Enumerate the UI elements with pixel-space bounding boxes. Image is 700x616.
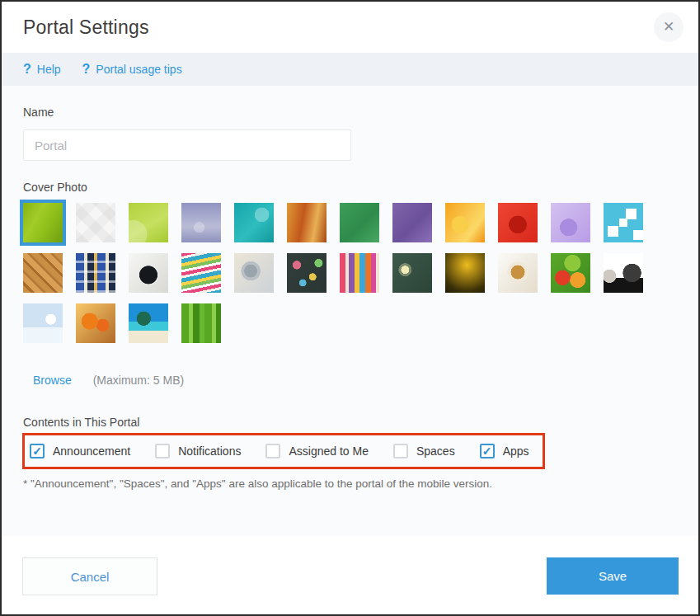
- cover-photo-thumbnail-golden-glow-dark[interactable]: [445, 253, 485, 293]
- cover-photo-thumbnail-compass[interactable]: [129, 253, 168, 293]
- checkbox-notifications[interactable]: [155, 444, 170, 458]
- help-bar: ? Help ? Portal usage tips: [2, 53, 698, 86]
- checkbox-item-spaces[interactable]: Spaces: [393, 444, 455, 458]
- cover-photo-thumbnail-gear-on-blueprint[interactable]: [234, 253, 274, 293]
- save-button[interactable]: Save: [547, 557, 679, 595]
- dialog-footer: Cancel Save: [2, 536, 698, 614]
- dialog-header: Portal Settings ✕: [2, 2, 698, 53]
- cover-photo-thumbnail-lime-green-curves[interactable]: [129, 203, 168, 242]
- question-mark-icon: ?: [23, 62, 31, 77]
- cover-photo-thumbnail-orange-lily-flower[interactable]: [445, 203, 485, 242]
- help-link[interactable]: ? Help: [23, 62, 61, 77]
- checkbox-label-apps: Apps: [503, 444, 529, 458]
- dialog-body: Name Cover Photo Browse (Maximum: 5 MB) …: [2, 86, 698, 536]
- checkbox-label-spaces: Spaces: [416, 444, 455, 458]
- cover-photo-thumbnail-pumpkin-basket[interactable]: [76, 303, 115, 343]
- portal-settings-dialog: Portal Settings ✕ ? Help ? Portal usage …: [0, 0, 700, 616]
- cover-photo-thumbnail-snowy-winter-trees[interactable]: [23, 303, 63, 343]
- checkbox-item-assigned-to-me[interactable]: Assigned to Me: [265, 444, 369, 458]
- cancel-button[interactable]: Cancel: [22, 557, 157, 595]
- name-input[interactable]: [23, 129, 351, 161]
- browse-link[interactable]: Browse: [33, 373, 72, 388]
- cover-photo-thumbnail-blue-white-cubes[interactable]: [604, 203, 643, 242]
- checkbox-item-apps[interactable]: ✓Apps: [480, 444, 529, 458]
- contents-options-highlight-box: ✓AnnouncementNotificationsAssigned to Me…: [22, 433, 545, 469]
- checkbox-label-assigned-to-me: Assigned to Me: [289, 444, 369, 458]
- cover-photo-thumbnail-stacked-colorful-books[interactable]: [181, 253, 221, 293]
- cover-photo-thumbnail-green-leaf-waterdrops[interactable]: [23, 203, 63, 242]
- checkmark-icon: ✓: [32, 445, 42, 457]
- cover-photo-thumbnail-red-carnation-flower[interactable]: [498, 203, 538, 242]
- cover-photo-thumbnail-wood-herringbone[interactable]: [23, 253, 63, 293]
- cover-photo-thumbnail-orange-rust-abstract[interactable]: [287, 203, 327, 242]
- name-label: Name: [23, 106, 679, 120]
- cover-photo-thumbnail-green-felt-texture[interactable]: [340, 203, 379, 242]
- checkbox-assigned-to-me[interactable]: [265, 444, 280, 458]
- checkbox-label-notifications: Notifications: [178, 444, 241, 458]
- cover-photo-thumbnail-green-bamboo[interactable]: [181, 303, 221, 343]
- checkbox-label-announcement: Announcement: [53, 444, 130, 458]
- cover-photo-thumbnail-lavender-bokeh[interactable]: [181, 203, 221, 242]
- portal-usage-tips-link[interactable]: ? Portal usage tips: [82, 62, 182, 77]
- cover-photo-thumbnail-gray-diamond-pattern[interactable]: [76, 203, 115, 242]
- checkbox-announcement[interactable]: ✓: [30, 444, 45, 458]
- close-button[interactable]: ✕: [654, 12, 684, 42]
- cover-photo-thumbnail-lilac-flower[interactable]: [551, 203, 590, 242]
- max-size-note: (Maximum: 5 MB): [93, 373, 184, 388]
- cover-photo-thumbnail-fresh-vegetables[interactable]: [551, 253, 590, 293]
- checkbox-item-announcement[interactable]: ✓Announcement: [30, 444, 130, 458]
- cover-photo-thumbnail-dog-peeking[interactable]: [604, 253, 643, 293]
- cover-photo-thumbnail-blue-mosaic-tiles[interactable]: [76, 253, 115, 293]
- cover-photo-thumbnail-latte-art-heart[interactable]: [498, 253, 538, 293]
- mobile-version-note: * "Announcement", "Spaces", and "Apps" a…: [23, 477, 679, 491]
- cover-photo-thumbnail-colored-pencil-faces[interactable]: [340, 253, 379, 293]
- page-title: Portal Settings: [23, 16, 149, 39]
- close-icon: ✕: [663, 19, 674, 35]
- checkbox-spaces[interactable]: [393, 444, 408, 458]
- checkmark-icon: ✓: [482, 445, 492, 457]
- checkbox-item-notifications[interactable]: Notifications: [155, 444, 241, 458]
- cover-photo-label: Cover Photo: [23, 181, 679, 195]
- cover-photo-thumbnail-purple-felt-texture[interactable]: [392, 203, 432, 242]
- portal-usage-tips-label: Portal usage tips: [96, 63, 181, 76]
- cover-photo-thumbnail-question-marks-chalkboard[interactable]: [287, 253, 327, 293]
- cover-photo-thumbnail-palm-tree-beach[interactable]: [129, 303, 168, 343]
- checkbox-apps[interactable]: ✓: [480, 444, 495, 458]
- help-link-label: Help: [37, 63, 61, 76]
- browse-row: Browse (Maximum: 5 MB): [33, 373, 679, 388]
- cover-photo-grid: [23, 203, 643, 343]
- contents-label: Contents in This Portal: [23, 416, 679, 430]
- question-mark-icon: ?: [82, 62, 91, 77]
- cover-photo-thumbnail-teal-paint-swirl[interactable]: [234, 203, 274, 242]
- cover-photo-thumbnail-lightbulb-chalkboard[interactable]: [392, 253, 432, 293]
